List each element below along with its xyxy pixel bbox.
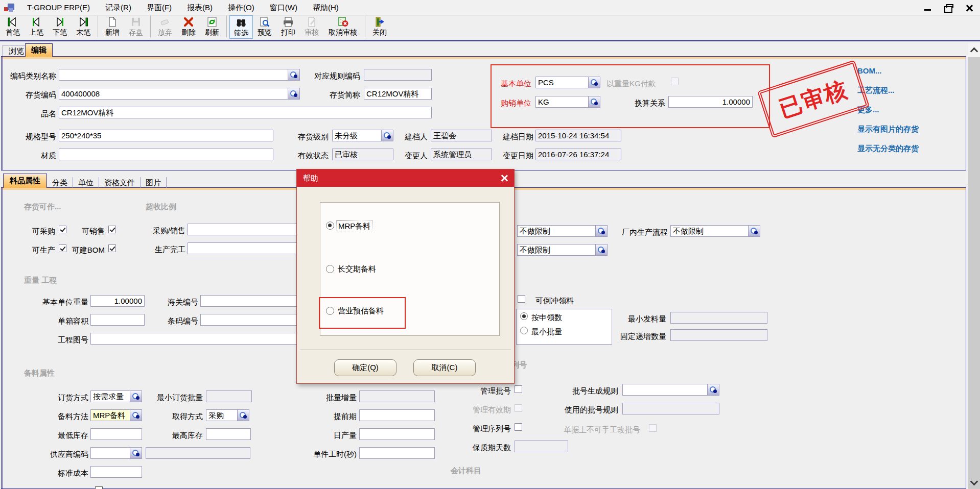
scroll-up-button[interactable] [968,43,980,57]
menu-item-window[interactable]: 窗口(W) [262,0,305,15]
subtab-image[interactable]: 图片 [141,177,167,188]
first-record-button[interactable]: 首笔 [1,15,25,39]
refresh-button[interactable]: 刷新 [200,15,224,39]
dialog-title: 帮助 [303,174,318,183]
section-usable: 存货可作... [24,202,61,212]
lookup-icon[interactable] [288,88,300,100]
lookup-icon[interactable] [588,77,600,88]
sales-forecast-prep-radio[interactable] [326,307,334,315]
inv-level-field[interactable]: 未分级 [332,130,393,141]
last-record-button[interactable]: 末笔 [72,15,95,39]
cancel-audit-button[interactable]: 取消审核 [323,15,362,39]
manage-batch-checkbox[interactable] [515,385,522,393]
menu-item-app[interactable]: T-GROUP ERP(E) [19,0,98,15]
min-stock-label: 最低库存 [52,430,88,441]
long-lead-prep-radio[interactable] [326,265,334,273]
mrp-prep-label[interactable]: MRP备料 [337,221,372,232]
vertical-scrollbar[interactable] [968,43,980,489]
subtab-category[interactable]: 分类 [47,177,73,188]
delete-button[interactable]: 删除 [177,15,200,39]
material-field[interactable] [59,149,273,160]
subtab-unit[interactable]: 单位 [73,177,99,188]
order-mode-field[interactable]: 按需求量 [90,390,142,402]
by-request-radio[interactable] [520,312,528,320]
nav-next-icon [53,15,66,28]
supplier-code-field[interactable] [90,447,142,459]
box-volume-field[interactable] [90,314,145,326]
manage-serial-checkbox[interactable] [515,423,522,431]
purchasable-checkbox[interactable] [59,226,66,233]
exit-door-icon [373,15,386,28]
dialog-title-bar[interactable]: 帮助 [297,169,514,187]
lookup-icon[interactable] [130,409,142,421]
restrict-b-field[interactable]: 不做限制 [517,244,608,256]
ok-button[interactable]: 确定(Q) [334,359,396,376]
lookup-icon[interactable] [748,225,760,237]
new-button[interactable]: 新增 [101,15,124,39]
next-record-button[interactable]: 下笔 [48,15,72,39]
lookup-icon[interactable] [707,384,719,396]
print-button[interactable]: 打印 [276,15,300,39]
factory-flow-field[interactable]: 不做限制 [670,225,760,237]
subtab-qualification[interactable]: 资格文件 [99,177,141,188]
tab-edit[interactable]: 编辑 [25,43,53,57]
producible-checkbox[interactable] [59,244,66,252]
trade-unit-field[interactable]: KG [535,96,600,108]
acquire-mode-field[interactable]: 采购 [206,409,249,421]
base-unit-weight-field[interactable]: 1.00000 [90,295,145,307]
subtab-item-attributes[interactable]: 料品属性 [3,174,47,188]
close-icon[interactable] [966,5,973,12]
conversion-field[interactable]: 1.00000 [668,96,753,108]
base-unit-field[interactable]: PCS [535,77,600,88]
lookup-icon[interactable] [130,447,142,459]
menu-item-report[interactable]: 报表(B) [179,0,220,15]
backflush-checkbox[interactable] [518,295,525,303]
lookup-icon[interactable] [381,130,393,141]
app-logo-icon [4,3,14,12]
prev-record-button[interactable]: 上笔 [25,15,48,39]
preview-button[interactable]: 预览 [253,15,276,39]
max-stock-field[interactable] [206,428,251,440]
lead-time-field[interactable] [359,409,435,421]
lookup-icon[interactable] [595,244,608,256]
dialog-close-icon[interactable] [501,175,508,182]
daily-output-field[interactable] [359,428,435,440]
batch-rule-field[interactable] [622,384,719,396]
show-unclassified-link[interactable]: 显示无分类的存货 [857,144,919,154]
min-batch-radio[interactable] [520,327,528,334]
scroll-down-button[interactable] [968,475,980,488]
lookup-icon[interactable] [595,225,608,237]
code-category-field[interactable] [59,69,300,81]
long-lead-prep-label[interactable]: 长交期备料 [338,264,376,274]
restrict-a-field[interactable]: 不做限制 [517,225,608,237]
menu-item-action[interactable]: 操作(O) [220,0,262,15]
unit-work-sec-field[interactable] [359,447,435,459]
menu-item-help[interactable]: 帮助(H) [305,0,346,15]
inv-short-field[interactable]: CR12MOV精料 [364,88,432,100]
show-with-image-link[interactable]: 显示有图片的存货 [857,125,919,134]
menu-item-ui[interactable]: 界面(F) [139,0,179,15]
create-date-field: 2015-10-24 16:34:54 [535,130,621,141]
sales-forecast-prep-label[interactable]: 营业预估备料 [338,306,384,316]
restore-icon[interactable] [944,6,952,13]
lookup-icon[interactable] [288,69,300,81]
cancel-button[interactable]: 取消(C) [413,359,476,376]
drawing-no-field[interactable] [90,333,327,345]
inv-code-field[interactable]: 400400008 [59,88,300,100]
close-form-button[interactable]: 关闭 [368,15,391,39]
lookup-icon[interactable] [130,390,142,402]
minimize-icon[interactable] [924,9,931,11]
menu-item-record[interactable]: 记录(R) [98,0,139,15]
filter-button[interactable]: 筛选 [229,15,253,39]
std-cost-field[interactable] [90,466,142,478]
sellable-checkbox[interactable] [108,226,116,233]
prep-method-field[interactable]: MRP备料 [90,409,142,421]
min-stock-field[interactable] [90,428,142,440]
lookup-icon[interactable] [237,409,249,421]
lookup-icon[interactable] [588,96,600,108]
bom-link[interactable]: BOM... [857,66,882,75]
mrp-prep-radio[interactable] [326,222,334,230]
product-name-field[interactable]: CR12MOV精料 [59,107,432,118]
spec-model-field[interactable]: 250*240*35 [59,130,273,141]
bom-allowed-checkbox[interactable] [108,244,116,252]
